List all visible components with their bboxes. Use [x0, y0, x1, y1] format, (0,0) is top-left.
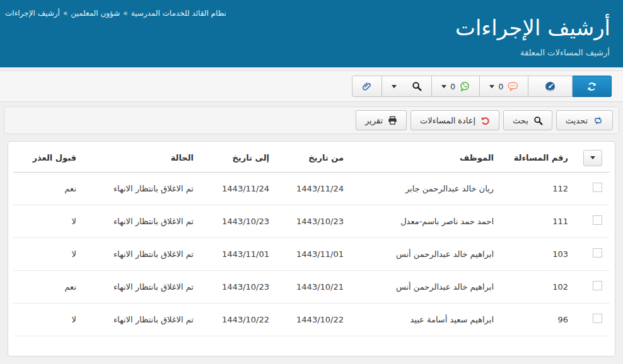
cell-from-date: 1443/10/21	[277, 270, 351, 303]
page-header: نظام القائد للخدمات المدرسية»شؤون المعلم…	[0, 0, 623, 67]
cell-status: تم الاغلاق بانتظار الانهاء	[84, 270, 201, 303]
refresh-button[interactable]	[573, 76, 612, 97]
whatsapp-count: 0	[451, 82, 455, 91]
cell-employee: ابراهيم خالد عبدالرحمن أنس	[351, 237, 501, 270]
search-button[interactable]: بحث	[503, 110, 552, 130]
cell-excuse: لا	[13, 205, 84, 237]
row-checkbox[interactable]	[593, 183, 602, 192]
row-checkbox[interactable]	[593, 281, 602, 290]
breadcrumb-item-system[interactable]: نظام القائد للخدمات المدرسية	[131, 9, 226, 18]
comments-button[interactable]: 0	[480, 76, 528, 97]
breadcrumb-separator: »	[123, 9, 127, 18]
whatsapp-messages-button[interactable]: 0	[432, 76, 480, 97]
cell-to-date: 1443/10/22	[201, 303, 277, 336]
action-toolbar: تحديث بحث إعادة المساءلات تقرير	[4, 106, 619, 134]
comments-count: 0	[499, 82, 503, 91]
chevron-down-icon	[441, 85, 446, 88]
report-button[interactable]: تقرير	[356, 110, 407, 130]
table-header-row: رقم المساءلة الموظف من تاريخ إلى تاريخ ا…	[13, 144, 610, 172]
cell-case-number: 111	[501, 205, 576, 237]
row-checkbox[interactable]	[593, 215, 602, 225]
cell-from-date: 1443/11/01	[277, 237, 351, 270]
search-menu-button[interactable]	[382, 76, 432, 97]
restore-accountabilities-label: إعادة المساءلات	[420, 116, 475, 125]
cell-excuse: نعم	[13, 172, 84, 205]
cell-from-date: 1443/10/22	[277, 303, 351, 336]
archive-procedures-page: { "header": { "title": "أرشيف الإجراءات"…	[0, 0, 623, 364]
page-title: أرشيف الإجراءات	[455, 15, 610, 40]
breadcrumb: نظام القائد للخدمات المدرسية»شؤون المعلم…	[5, 7, 237, 20]
cell-case-number: 102	[501, 270, 576, 303]
search-icon	[412, 81, 422, 91]
chevron-down-icon	[590, 156, 595, 159]
column-header-status: الحالة	[84, 144, 201, 172]
breadcrumb-item-current: أرشيف الإجراءات	[5, 9, 60, 18]
cell-employee: ريان خالد عبدالرحمن جابر	[351, 172, 501, 205]
cell-excuse: نعم	[13, 270, 84, 303]
cell-status: تم الاغلاق بانتظار الانهاء	[84, 237, 201, 270]
breadcrumb-item-teachers-affairs[interactable]: شؤون المعلمين	[71, 9, 120, 18]
cell-excuse: لا	[13, 237, 84, 270]
cell-to-date: 1443/10/23	[201, 270, 277, 303]
column-header-case-number: رقم المساءلة	[501, 144, 576, 172]
cell-from-date: 1443/11/24	[277, 172, 351, 205]
update-button-label: تحديث	[566, 116, 588, 125]
cell-case-number: 103	[501, 237, 576, 270]
sync-icon	[587, 82, 597, 91]
chevron-down-icon	[392, 85, 397, 88]
column-header-excuse: قبول العذر	[13, 144, 84, 172]
table-row: 111 احمد حمد ناصر باسم-معدل 1443/10/23 1…	[13, 205, 610, 237]
chevron-down-icon	[489, 85, 494, 88]
column-header-to-date: إلى تاريخ	[201, 144, 277, 172]
report-button-label: تقرير	[365, 116, 383, 125]
table-row: 96 ابراهيم سعيد أسامة عبيد 1443/10/22 14…	[13, 303, 610, 336]
undo-icon	[480, 116, 490, 125]
printer-icon	[388, 116, 397, 125]
breadcrumb-separator: »	[63, 9, 67, 18]
search-icon	[533, 116, 543, 125]
table-body: 112 ريان خالد عبدالرحمن جابر 1443/11/24 …	[13, 172, 610, 336]
dashboard-button[interactable]	[528, 76, 573, 97]
search-button-label: بحث	[513, 116, 528, 125]
cell-status: تم الاغلاق بانتظار الانهاء	[84, 172, 201, 205]
select-all-dropdown-button[interactable]	[583, 150, 602, 166]
cell-to-date: 1443/11/24	[201, 172, 277, 205]
accountabilities-table: رقم المساءلة الموظف من تاريخ إلى تاريخ ا…	[13, 144, 610, 336]
column-header-from-date: من تاريخ	[277, 144, 351, 172]
attachments-button[interactable]	[352, 76, 382, 97]
icon-button-group: 0 0	[352, 76, 612, 97]
cell-employee: احمد حمد ناصر باسم-معدل	[351, 205, 501, 237]
table-row: 102 ابراهيم خالد عبدالرحمن أنس 1443/10/2…	[13, 270, 610, 303]
update-button[interactable]: تحديث	[556, 110, 613, 130]
cell-excuse: لا	[13, 303, 84, 336]
cell-status: تم الاغلاق بانتظار الانهاء	[84, 205, 201, 237]
row-checkbox[interactable]	[593, 248, 602, 258]
cell-to-date: 1443/10/23	[201, 205, 277, 237]
whatsapp-icon	[460, 81, 470, 91]
row-checkbox[interactable]	[593, 314, 602, 323]
column-header-employee: الموظف	[351, 144, 501, 172]
cell-employee: ابراهيم سعيد أسامة عبيد	[351, 303, 501, 336]
paperclip-icon	[362, 81, 372, 91]
retweet-icon	[593, 117, 603, 125]
icon-toolbar: 0 0	[0, 71, 623, 102]
comment-bubble-icon	[508, 82, 518, 91]
cell-employee: ابراهيم خالد عبدالرحمن أنس	[351, 270, 501, 303]
restore-accountabilities-button[interactable]: إعادة المساءلات	[410, 110, 499, 130]
dashboard-gauge-icon	[545, 81, 556, 92]
accountabilities-table-panel: رقم المساءلة الموظف من تاريخ إلى تاريخ ا…	[8, 141, 615, 356]
cell-case-number: 96	[501, 303, 576, 336]
cell-status: تم الاغلاق بانتظار الانهاء	[84, 303, 201, 336]
cell-from-date: 1443/10/23	[277, 205, 351, 237]
table-row: 103 ابراهيم خالد عبدالرحمن أنس 1443/11/0…	[13, 237, 610, 270]
cell-to-date: 1443/11/01	[201, 237, 277, 270]
page-subtitle: أرشيف المساءلات المعلقة	[520, 48, 610, 57]
table-row: 112 ريان خالد عبدالرحمن جابر 1443/11/24 …	[13, 172, 610, 205]
cell-case-number: 112	[501, 172, 576, 205]
